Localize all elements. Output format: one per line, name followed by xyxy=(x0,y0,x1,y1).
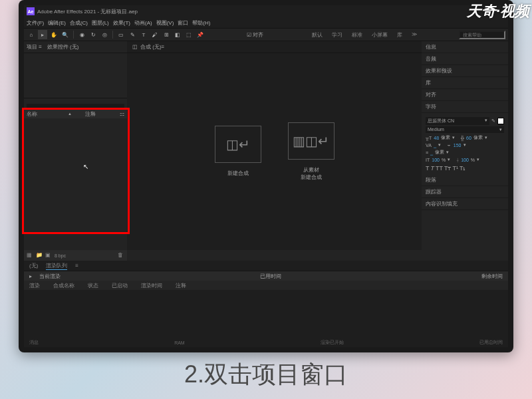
project-tab[interactable]: 项目 ≡ xyxy=(27,43,42,51)
workspace-small[interactable]: 小屏幕 xyxy=(372,31,388,39)
window-title: Adobe After Effects 2021 - 无标题项目.aep xyxy=(37,8,138,15)
new-comp-icon[interactable]: ▣ xyxy=(45,252,52,259)
workspace-learn[interactable]: 学习 xyxy=(332,31,342,39)
new-folder-icon[interactable]: 📁 xyxy=(36,252,43,259)
font-size-value[interactable]: 48 xyxy=(434,136,439,140)
pen-tool-icon[interactable]: ✎ xyxy=(128,30,137,39)
rq-elapsed-label: 已用时间 xyxy=(194,273,348,280)
content-aware-tab[interactable]: 内容识别填充 xyxy=(422,198,508,210)
expand-icon[interactable]: ▸ xyxy=(29,273,39,279)
workspace-more-icon[interactable]: ≫ xyxy=(412,31,417,39)
font-family-dropdown[interactable]: 思源黑体 CN▾ xyxy=(426,117,489,125)
project-preview-area xyxy=(24,53,127,98)
tool-bar: ⌂ ▸ ✋ 🔍 ◉ ↻ ◎ ▭ ✎ T 🖌 ⊞ ◧ ⬚ 📌 ☑ 对齐 默认 学习… xyxy=(24,28,508,41)
timeline-none-tab[interactable]: (无) xyxy=(29,262,38,269)
brush-tool-icon[interactable]: 🖌 xyxy=(150,30,160,39)
project-footer: ▦ 📁 ▣ 8 bpc 🗑 xyxy=(24,250,127,261)
stroke-value[interactable]: ⎯ xyxy=(430,150,433,155)
cursor-icon: ↖ xyxy=(83,163,88,170)
allcaps-icon[interactable]: TT xyxy=(436,165,443,172)
hscale-value[interactable]: 100 xyxy=(461,158,469,162)
column-name[interactable]: 名称 xyxy=(27,110,66,118)
composition-tab[interactable]: 合成 (无) xyxy=(140,43,162,51)
new-comp-from-footage-button[interactable]: ▥◫↵ 从素材 新建合成 xyxy=(288,122,334,181)
interpret-footage-icon[interactable]: ▦ xyxy=(27,252,33,259)
render-queue-tab[interactable]: 渲染队列 xyxy=(46,262,67,270)
menu-layer[interactable]: 图层(L) xyxy=(92,19,109,27)
selection-tool-icon[interactable]: ▸ xyxy=(38,30,47,39)
zoom-tool-icon[interactable]: 🔍 xyxy=(61,30,70,39)
puppet-tool-icon[interactable]: 📌 xyxy=(196,30,205,39)
search-help-input[interactable] xyxy=(459,31,505,39)
vscale-value[interactable]: 100 xyxy=(432,158,440,162)
layer-tab-icon[interactable]: ◫ xyxy=(132,44,138,50)
kerning-value[interactable]: ⎯ xyxy=(434,143,436,148)
eyedropper-icon[interactable]: ✎ xyxy=(491,118,495,124)
audio-panel-tab[interactable]: 音频 xyxy=(422,53,508,65)
info-panel-tab[interactable]: 信息 xyxy=(422,41,508,53)
menu-edit[interactable]: 编辑(E) xyxy=(48,19,66,27)
color-depth[interactable]: 8 bpc xyxy=(55,253,66,258)
rq-col-status: 状态 xyxy=(88,282,98,289)
project-items-area[interactable] xyxy=(24,118,127,250)
subscript-icon[interactable]: T₁ xyxy=(460,165,466,172)
font-size-icon: ╥T xyxy=(426,136,432,140)
workspace-standard[interactable]: 标准 xyxy=(352,31,362,39)
align-panel-tab[interactable]: 对齐 xyxy=(422,89,508,101)
menu-bar: 文件(F) 编辑(E) 合成(C) 图层(L) 效果(T) 动画(A) 视图(V… xyxy=(24,17,508,28)
superscript-icon[interactable]: T¹ xyxy=(453,165,459,172)
workspace-default[interactable]: 默认 xyxy=(312,31,323,39)
project-columns-header: 名称 ▲ 注释 ⚏ xyxy=(24,109,127,118)
tracking-value[interactable]: 150 xyxy=(454,143,462,148)
snap-toggle[interactable]: ☑ 对齐 xyxy=(247,31,263,39)
menu-window[interactable]: 窗口 xyxy=(178,19,188,27)
tracker-panel-tab[interactable]: 跟踪器 xyxy=(422,186,508,198)
menu-effect[interactable]: 效果(T) xyxy=(113,19,130,27)
menu-animation[interactable]: 动画(A) xyxy=(134,19,152,27)
rect-tool-icon[interactable]: ▭ xyxy=(116,30,126,39)
workspace-lib[interactable]: 库 xyxy=(397,31,402,39)
new-comp-label: 新建合成 xyxy=(227,170,249,177)
flowchart-icon[interactable]: ⚏ xyxy=(120,111,124,117)
effects-presets-tab[interactable]: 效果和预设 xyxy=(422,65,508,77)
new-composition-button[interactable]: ◫↵ 新建合成 xyxy=(215,126,261,177)
sort-indicator-icon: ▲ xyxy=(68,112,72,116)
new-comp-card-icon: ◫↵ xyxy=(226,136,250,152)
kerning-icon: VA xyxy=(426,143,432,148)
camera-tool-icon[interactable]: ◎ xyxy=(100,30,109,39)
menu-view[interactable]: 视图(V) xyxy=(156,19,174,27)
menu-composition[interactable]: 合成(C) xyxy=(70,19,88,27)
app-window: Ae Adobe After Effects 2021 - 无标题项目.aep … xyxy=(24,5,508,347)
column-comment[interactable]: 注释 xyxy=(85,110,124,118)
stroke-width-icon: ≡ xyxy=(426,150,428,155)
home-icon[interactable]: ⌂ xyxy=(27,30,36,39)
project-panel[interactable]: 项目 ≡ 效果控件 (无) 名称 ▲ 注释 ⚏ ▦ 📁 ▣ 8 bpc 🗑 xyxy=(24,41,127,261)
leading-value[interactable]: 60 xyxy=(466,136,471,140)
rotate-tool-icon[interactable]: ↻ xyxy=(88,30,98,39)
stamp-tool-icon[interactable]: ⊞ xyxy=(162,30,171,39)
rq-col-started: 已启动 xyxy=(112,282,128,289)
footage-comp-card-icon: ▥◫↵ xyxy=(293,133,329,149)
menu-help[interactable]: 帮助(H) xyxy=(192,19,210,27)
orbit-tool-icon[interactable]: ◉ xyxy=(77,30,86,39)
app-icon: Ae xyxy=(27,7,35,15)
menu-file[interactable]: 文件(F) xyxy=(27,19,44,27)
libraries-tab[interactable]: 库 xyxy=(422,77,508,89)
hand-tool-icon[interactable]: ✋ xyxy=(49,30,59,39)
render-queue-panel: (无) 渲染队列 ≡ ▸ 当前渲染 已用时间 剩余时间 渲染 合成名称 状态 已… xyxy=(24,261,508,347)
paragraph-panel-tab[interactable]: 段落 xyxy=(422,174,508,186)
character-panel-tab[interactable]: 字符 xyxy=(422,101,508,113)
italic-icon[interactable]: T xyxy=(431,165,435,172)
delete-icon[interactable]: 🗑 xyxy=(118,252,124,259)
rq-message-label: 消息 xyxy=(29,339,39,346)
fill-color-swatch[interactable] xyxy=(497,118,504,124)
bold-icon[interactable]: T xyxy=(426,165,430,172)
render-queue-body[interactable] xyxy=(24,290,508,338)
text-tool-icon[interactable]: T xyxy=(139,30,148,39)
roto-tool-icon[interactable]: ⬚ xyxy=(184,30,194,39)
smallcaps-icon[interactable]: Tᴛ xyxy=(444,165,452,172)
font-weight-dropdown[interactable]: Medium▾ xyxy=(426,126,504,133)
effect-controls-tab[interactable]: 效果控件 (无) xyxy=(47,43,79,51)
eraser-tool-icon[interactable]: ◧ xyxy=(173,30,182,39)
rq-remaining-label: 剩余时间 xyxy=(348,273,503,280)
